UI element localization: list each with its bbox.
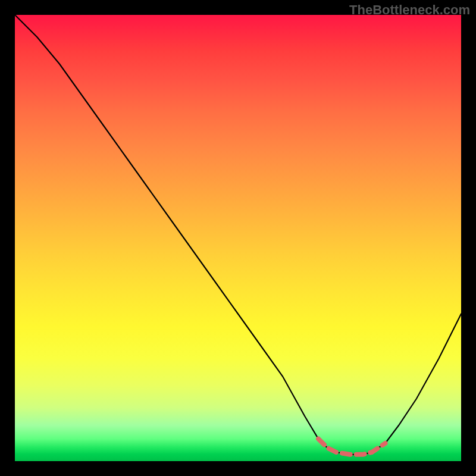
bottleneck-curve-line	[15, 15, 461, 455]
highlight-segment	[318, 439, 386, 455]
watermark-text: TheBottleneck.com	[349, 2, 470, 18]
plot-area	[15, 15, 461, 461]
chart-svg	[15, 15, 461, 461]
